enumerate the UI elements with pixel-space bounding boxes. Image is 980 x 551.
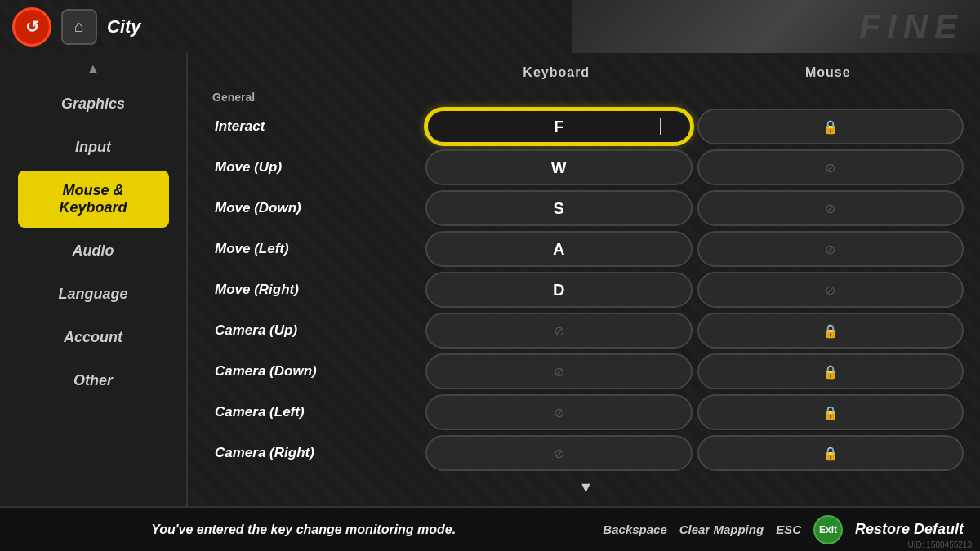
keybind-row-camera-down: Camera (Down) ⊘ 🔒: [208, 353, 964, 389]
esc-key-label[interactable]: ESC: [776, 522, 801, 536]
mouse-slot-camera-right[interactable]: 🔒: [697, 435, 964, 471]
keyboard-slot-camera-up[interactable]: ⊘: [425, 313, 693, 349]
lock-icon-camera-down: 🔒: [822, 364, 839, 380]
keybind-row-move-down: Move (Down) S ⊘: [208, 190, 964, 226]
action-label-interact: Interact: [208, 118, 421, 135]
mouse-slot-interact[interactable]: 🔒: [697, 109, 964, 144]
action-label-move-left: Move (Left): [208, 241, 421, 257]
no-bind-icon-move-up: ⊘: [825, 160, 835, 176]
status-text: You've entered the key change monitoring…: [16, 522, 590, 537]
exit-label: Exit: [819, 524, 837, 535]
keybind-row-camera-up: Camera (Up) ⊘ 🔒: [208, 313, 964, 349]
keybind-row-camera-left: Camera (Left) ⊘ 🔒: [208, 394, 964, 430]
page-title: City: [107, 16, 141, 38]
mouse-slot-move-up[interactable]: ⊘: [697, 149, 964, 185]
clear-mapping-label[interactable]: Clear Mapping: [679, 522, 764, 536]
keybind-row-interact: Interact F 🔒: [208, 109, 964, 144]
mouse-column-header: Mouse: [693, 65, 964, 80]
mouse-slot-move-down[interactable]: ⊘: [697, 190, 964, 226]
back-button[interactable]: ↺: [12, 7, 51, 47]
bottom-bar: You've entered the key change monitoring…: [0, 506, 980, 551]
key-value-move-right-kb: D: [553, 281, 564, 300]
key-value-interact-kb: F: [554, 118, 564, 136]
back-icon: ↺: [25, 17, 39, 37]
no-bind-icon-camera-up-kb: ⊘: [554, 323, 564, 339]
uid-text: UID: 1500455213: [908, 540, 972, 549]
action-label-camera-right: Camera (Right): [208, 445, 421, 461]
keybind-row-move-up: Move (Up) W ⊘: [208, 149, 964, 185]
mouse-slot-camera-up[interactable]: 🔒: [697, 313, 964, 349]
key-value-move-down-kb: S: [554, 199, 564, 218]
section-label: General: [208, 91, 964, 104]
action-label-camera-down: Camera (Down): [208, 363, 421, 380]
logo-text: FiNE: [859, 7, 964, 47]
sidebar: ▲ Graphics Input Mouse &Keyboard Audio L…: [0, 53, 188, 551]
keyboard-slot-move-down[interactable]: S: [425, 190, 693, 226]
no-bind-icon-move-down: ⊘: [825, 201, 835, 216]
action-label-camera-up: Camera (Up): [208, 322, 421, 339]
no-bind-icon-move-left: ⊘: [825, 242, 835, 257]
keybind-row-move-right: Move (Right) D ⊘: [208, 272, 964, 308]
scroll-arrow-icon: ▼: [579, 479, 594, 496]
top-bar: ↺ ⌂ City: [0, 0, 572, 53]
no-bind-icon-camera-right-kb: ⊘: [554, 446, 564, 461]
lock-icon-interact: 🔒: [822, 119, 839, 135]
mouse-slot-camera-down[interactable]: 🔒: [697, 353, 964, 389]
logo-area: FiNE: [572, 0, 980, 53]
no-bind-icon-camera-down-kb: ⊘: [554, 364, 564, 380]
mouse-slot-move-left[interactable]: ⊘: [697, 231, 964, 267]
action-label-move-down: Move (Down): [208, 200, 421, 216]
scroll-down-indicator: ▼: [208, 476, 964, 500]
keyboard-slot-camera-right[interactable]: ⊘: [425, 435, 693, 471]
sidebar-item-audio[interactable]: Audio: [18, 231, 169, 271]
action-label-camera-left: Camera (Left): [208, 404, 421, 420]
home-icon: ⌂: [74, 17, 84, 36]
sidebar-item-graphics[interactable]: Graphics: [18, 84, 169, 124]
home-button[interactable]: ⌂: [61, 9, 97, 45]
column-headers: Keyboard Mouse: [208, 61, 964, 87]
sidebar-item-mouse-keyboard[interactable]: Mouse &Keyboard: [18, 171, 169, 228]
lock-icon-camera-left: 🔒: [822, 405, 839, 420]
keyboard-slot-interact[interactable]: F: [425, 109, 693, 144]
sidebar-item-language[interactable]: Language: [18, 274, 169, 314]
restore-default-button[interactable]: Restore Default: [855, 521, 964, 538]
keyboard-column-header: Keyboard: [421, 65, 693, 80]
lock-icon-camera-up: 🔒: [822, 323, 839, 339]
main-content: Keyboard Mouse General Interact F 🔒 Move…: [192, 53, 980, 543]
keyboard-slot-camera-down[interactable]: ⊘: [425, 353, 693, 389]
action-label-move-right: Move (Right): [208, 282, 421, 298]
cursor-indicator: [660, 118, 662, 135]
backspace-key-label[interactable]: Backspace: [603, 522, 666, 536]
sidebar-item-other[interactable]: Other: [18, 361, 169, 401]
sidebar-item-input[interactable]: Input: [18, 127, 169, 167]
keybind-row-camera-right: Camera (Right) ⊘ 🔒: [208, 435, 964, 471]
keyboard-slot-camera-left[interactable]: ⊘: [425, 394, 693, 430]
sidebar-item-account[interactable]: Account: [18, 318, 169, 358]
action-label-move-up: Move (Up): [208, 159, 421, 176]
keybind-row-move-left: Move (Left) A ⊘: [208, 231, 964, 267]
mouse-slot-camera-left[interactable]: 🔒: [697, 394, 964, 430]
no-bind-icon-move-right: ⊘: [825, 282, 835, 298]
sidebar-scroll-up[interactable]: ▲: [87, 61, 100, 76]
key-value-move-up-kb: W: [551, 158, 567, 177]
keyboard-slot-move-right[interactable]: D: [425, 272, 693, 308]
lock-icon-camera-right: 🔒: [822, 446, 839, 461]
mouse-slot-move-right[interactable]: ⊘: [697, 272, 964, 308]
keyboard-slot-move-left[interactable]: A: [425, 231, 693, 267]
no-bind-icon-camera-left-kb: ⊘: [554, 405, 564, 420]
key-value-move-left-kb: A: [553, 240, 564, 259]
exit-button[interactable]: Exit: [813, 515, 843, 544]
keyboard-slot-move-up[interactable]: W: [425, 149, 693, 185]
